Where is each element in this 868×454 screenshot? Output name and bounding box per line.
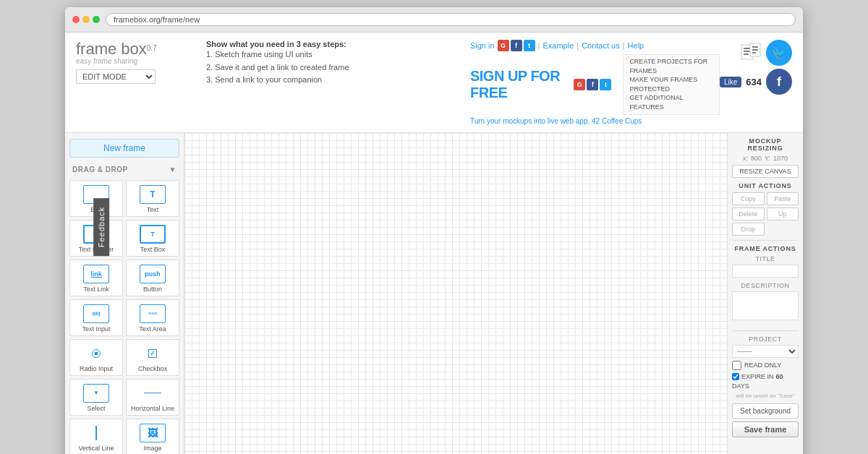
ui-item-text-box[interactable]: T Text Box <box>126 220 179 257</box>
help-link[interactable]: Help <box>628 41 644 50</box>
fb-like-button[interactable]: Like <box>720 77 741 87</box>
ui-item-radio[interactable]: Radio Input <box>69 339 123 376</box>
divider2 <box>732 330 799 331</box>
ui-item-text-input[interactable]: ab| Text Input <box>69 299 123 336</box>
unit-actions-title: UNIT ACTIONS <box>732 182 799 189</box>
link-icon: link <box>83 265 109 283</box>
read-only-checkbox[interactable] <box>732 361 741 370</box>
example-link[interactable]: Example <box>542 41 574 50</box>
fb-count: 634 <box>746 77 762 87</box>
ui-item-hline[interactable]: Horizontal Line <box>126 379 179 416</box>
promo-line2: MAKE YOUR FRAMES PROTECTED <box>629 75 713 93</box>
signup-facebook-icon[interactable]: f <box>587 79 598 90</box>
select-icon: ▼ <box>83 384 109 403</box>
maximize-button[interactable] <box>93 16 100 23</box>
twitter-bird-icon[interactable]: 🐦 <box>766 40 792 66</box>
hline-icon <box>140 384 166 403</box>
browser-window: framebox.org/frame/new Feedback frame bo… <box>65 7 803 454</box>
logo-version: 0.7 <box>147 44 157 52</box>
promo-box: CREATE PROJECTS FOR FRAMES MAKE YOUR FRA… <box>623 54 720 115</box>
coffee-cups: Turn your mockups into live web app. 42 … <box>470 117 720 125</box>
header-mode[interactable]: EDIT MODE <box>76 69 192 84</box>
y-value: 1070 <box>773 155 788 162</box>
logo-subtitle: easy frame sharing <box>76 57 192 65</box>
description-textarea[interactable] <box>732 291 799 320</box>
hline-label: Horizontal Line <box>131 405 174 412</box>
read-only-row: READ ONLY <box>732 361 799 370</box>
ui-item-text[interactable]: T Text <box>126 180 179 217</box>
address-bar[interactable]: framebox.org/frame/new <box>106 13 796 26</box>
contact-link[interactable]: Contact us <box>582 41 620 50</box>
signup-twitter-icon[interactable]: t <box>600 79 611 90</box>
feedback-tab[interactable]: Feedback <box>93 198 109 256</box>
sep2: | <box>576 41 579 50</box>
days-label: DAYS <box>732 382 749 390</box>
radio-label: Radio Input <box>80 365 113 372</box>
ui-item-button[interactable]: push Button <box>126 260 179 296</box>
mode-select[interactable]: EDIT MODE <box>76 69 156 84</box>
drop-button[interactable]: Drop <box>732 223 765 236</box>
signin-link[interactable]: Sign in <box>470 41 495 50</box>
new-frame-button[interactable]: New frame <box>69 139 179 158</box>
ui-item-text-area[interactable]: ≡≡≡ Text Area <box>126 299 179 336</box>
header-steps: Show what you need in 3 easy steps: 1. S… <box>192 40 470 87</box>
ui-item-image[interactable]: 🖼 Image <box>126 419 179 454</box>
browser-dots <box>72 16 100 23</box>
browser-chrome: framebox.org/frame/new <box>65 7 803 33</box>
facebook-icon[interactable]: f <box>511 40 522 51</box>
promo-line1: CREATE PROJECTS FOR FRAMES <box>629 57 713 75</box>
text-label: Text <box>147 206 159 213</box>
up-button[interactable]: Up <box>767 207 799 220</box>
steps-title: Show what you need in 3 easy steps: <box>206 40 346 48</box>
google-icon[interactable]: G <box>498 40 509 51</box>
signup-google-icon[interactable]: G <box>574 79 585 90</box>
title-input[interactable] <box>732 265 799 278</box>
expire-note: will be unset on "Save" <box>732 393 799 399</box>
rs-coords: x: 800 Y: 1070 <box>732 155 799 162</box>
fb-like-row: Like 634 f <box>720 69 792 95</box>
save-frame-button[interactable]: Save frame <box>732 421 799 437</box>
resize-canvas-button[interactable]: RESIZE CANVAS <box>732 165 799 178</box>
signup-text: SIGN UP FOR FREE <box>470 68 569 101</box>
drag-drop-arrow: ▼ <box>169 166 176 174</box>
y-label: Y: <box>765 155 770 162</box>
checkbox-label: Checkbox <box>138 365 167 372</box>
facebook-bird-icon[interactable]: f <box>766 69 792 95</box>
x-value: 800 <box>751 155 762 162</box>
notes-decoration <box>740 42 762 64</box>
textarea-icon: ≡≡≡ <box>140 304 166 323</box>
main-layout: New frame DRAG & DROP ▼ Box T Text <box>65 133 803 454</box>
logo-text: frame box <box>76 40 147 58</box>
select-label: Select <box>87 405 105 412</box>
drag-drop-header[interactable]: DRAG & DROP ▼ <box>69 163 179 176</box>
ui-item-text-link[interactable]: link Text Link <box>69 260 123 296</box>
ui-item-select[interactable]: ▼ Select <box>69 379 123 416</box>
copy-button[interactable]: Copy <box>732 192 765 205</box>
project-select[interactable]: ------- <box>732 345 799 358</box>
right-sidebar: MOCKUP RESIZING x: 800 Y: 1070 RESIZE CA… <box>727 133 803 454</box>
sep3: | <box>623 41 625 50</box>
ui-item-checkbox[interactable]: ✓ Checkbox <box>126 339 179 376</box>
expire-checkbox[interactable] <box>732 373 739 380</box>
divider1 <box>732 240 799 241</box>
vline-label: Vertical Line <box>78 445 114 452</box>
checkbox-shape: ✓ <box>148 349 157 358</box>
paste-button[interactable]: Paste <box>767 192 799 205</box>
step2: 2. Save it and get a link to created fra… <box>206 61 456 74</box>
set-background-button[interactable]: Set background <box>732 403 799 419</box>
sep1: | <box>538 41 540 50</box>
text-icon: T <box>140 185 166 204</box>
unit-action-buttons: Copy Paste Delete Up Drop <box>732 192 799 236</box>
canvas-area[interactable] <box>184 133 727 454</box>
hline-shape <box>144 393 161 394</box>
description-label: DESCRIPTION <box>732 282 799 289</box>
project-label: PROJECT <box>732 335 799 343</box>
minimize-button[interactable] <box>82 16 90 23</box>
twitter-icon[interactable]: t <box>524 40 535 51</box>
header-center: Sign in G f t | Example | Contact us | H… <box>470 40 720 125</box>
x-label: x: <box>743 155 748 162</box>
close-button[interactable] <box>72 16 80 23</box>
ui-item-vline[interactable]: Vertical Line <box>69 419 123 454</box>
delete-button[interactable]: Delete <box>732 207 765 220</box>
signin-social-icons: G f t <box>498 40 535 51</box>
